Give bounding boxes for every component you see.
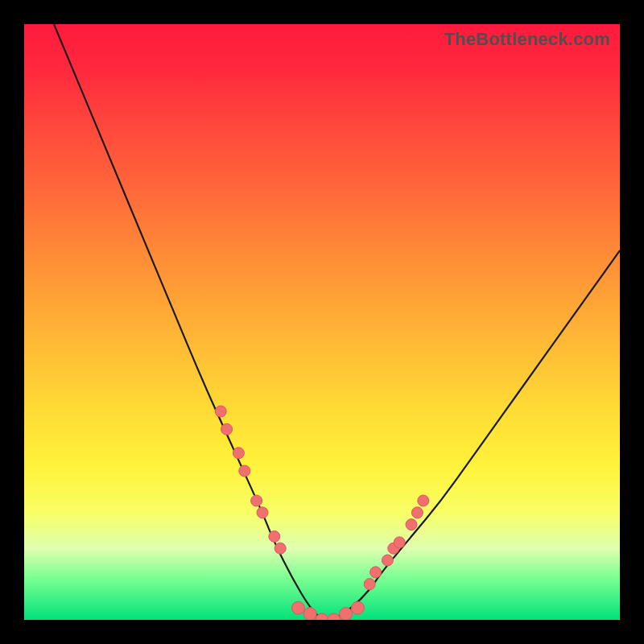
marker-dot xyxy=(418,495,429,506)
marker-dot xyxy=(303,608,316,620)
marker-dot xyxy=(370,567,382,578)
marker-dot xyxy=(382,555,393,566)
chart-svg xyxy=(24,24,620,620)
marker-dot xyxy=(221,423,233,435)
marker-dot xyxy=(406,519,417,530)
curve-markers xyxy=(215,406,429,620)
marker-dot xyxy=(364,579,375,590)
marker-dot xyxy=(233,448,244,459)
marker-dot xyxy=(351,601,364,614)
marker-dot xyxy=(394,537,405,548)
bottleneck-curve xyxy=(54,24,620,620)
marker-dot xyxy=(340,608,353,620)
marker-dot xyxy=(215,406,226,417)
chart-frame: TheBottleneck.com xyxy=(0,0,644,644)
marker-dot xyxy=(291,601,304,614)
marker-dot xyxy=(257,507,268,518)
marker-dot xyxy=(251,495,262,506)
marker-dot xyxy=(328,613,341,620)
marker-dot xyxy=(269,530,280,542)
marker-dot xyxy=(239,465,250,477)
marker-dot xyxy=(275,543,286,554)
chart-plot-area: TheBottleneck.com xyxy=(24,24,620,620)
marker-dot xyxy=(411,507,423,518)
